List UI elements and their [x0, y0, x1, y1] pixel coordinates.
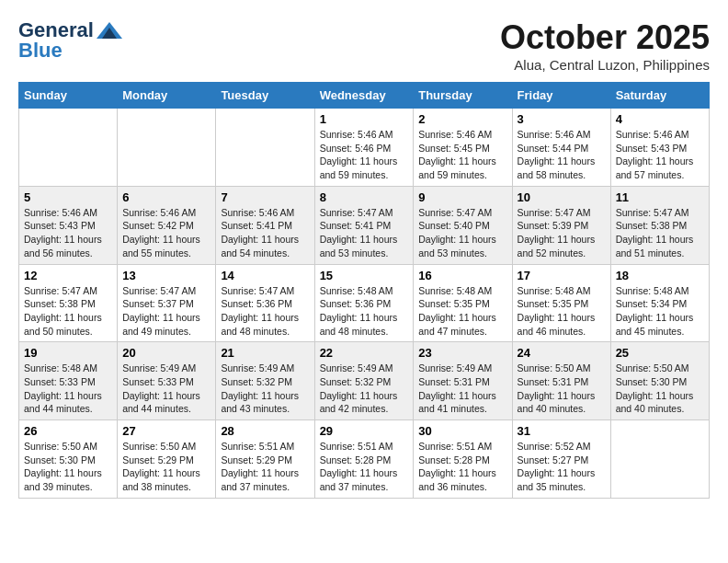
day-number: 4: [616, 112, 704, 126]
day-number: 22: [320, 346, 409, 360]
week-row-2: 5Sunrise: 5:46 AMSunset: 5:43 PMDaylight…: [19, 186, 710, 264]
day-number: 28: [221, 424, 309, 438]
day-info: Sunrise: 5:50 AMSunset: 5:29 PMDaylight:…: [122, 440, 210, 494]
day-number: 25: [616, 346, 704, 360]
day-info: Sunrise: 5:46 AMSunset: 5:44 PMDaylight:…: [518, 128, 606, 182]
day-number: 2: [418, 112, 506, 126]
day-info: Sunrise: 5:47 AMSunset: 5:41 PMDaylight:…: [320, 206, 409, 260]
calendar-cell: 19Sunrise: 5:48 AMSunset: 5:33 PMDayligh…: [19, 342, 118, 420]
week-row-3: 12Sunrise: 5:47 AMSunset: 5:38 PMDayligh…: [19, 264, 710, 342]
day-number: 3: [518, 112, 606, 126]
day-info: Sunrise: 5:47 AMSunset: 5:36 PMDaylight:…: [221, 284, 309, 339]
day-info: Sunrise: 5:48 AMSunset: 5:35 PMDaylight:…: [518, 284, 606, 339]
calendar-cell: 20Sunrise: 5:49 AMSunset: 5:33 PMDayligh…: [118, 342, 216, 420]
day-info: Sunrise: 5:50 AMSunset: 5:30 PMDaylight:…: [616, 362, 704, 416]
day-number: 27: [122, 424, 210, 438]
day-number: 14: [221, 269, 309, 282]
day-number: 6: [122, 190, 210, 204]
day-info: Sunrise: 5:50 AMSunset: 5:31 PMDaylight:…: [518, 362, 606, 416]
day-number: 30: [418, 424, 506, 438]
day-number: 16: [418, 269, 506, 282]
calendar-cell: 8Sunrise: 5:47 AMSunset: 5:41 PMDaylight…: [314, 186, 414, 264]
day-number: 17: [518, 269, 606, 282]
day-number: 13: [122, 269, 210, 282]
day-info: Sunrise: 5:51 AMSunset: 5:28 PMDaylight:…: [320, 440, 409, 494]
day-number: 9: [418, 190, 506, 204]
calendar-cell: 7Sunrise: 5:46 AMSunset: 5:41 PMDaylight…: [216, 186, 314, 264]
day-info: Sunrise: 5:51 AMSunset: 5:28 PMDaylight:…: [418, 440, 506, 494]
calendar-cell: 3Sunrise: 5:46 AMSunset: 5:44 PMDaylight…: [512, 109, 610, 187]
calendar-cell: 11Sunrise: 5:47 AMSunset: 5:38 PMDayligh…: [610, 186, 709, 264]
calendar-cell: 24Sunrise: 5:50 AMSunset: 5:31 PMDayligh…: [512, 342, 610, 420]
calendar-cell: 31Sunrise: 5:52 AMSunset: 5:27 PMDayligh…: [512, 420, 610, 499]
day-number: 10: [518, 190, 606, 204]
day-info: Sunrise: 5:46 AMSunset: 5:46 PMDaylight:…: [320, 128, 409, 182]
calendar-cell: 16Sunrise: 5:48 AMSunset: 5:35 PMDayligh…: [414, 264, 512, 342]
day-number: 31: [518, 424, 606, 438]
day-info: Sunrise: 5:49 AMSunset: 5:32 PMDaylight:…: [320, 362, 409, 416]
day-info: Sunrise: 5:48 AMSunset: 5:33 PMDaylight:…: [24, 362, 112, 416]
weekday-header-wednesday: Wednesday: [314, 83, 414, 109]
day-info: Sunrise: 5:46 AMSunset: 5:43 PMDaylight:…: [24, 206, 112, 260]
day-info: Sunrise: 5:49 AMSunset: 5:31 PMDaylight:…: [418, 362, 506, 416]
calendar-cell: 1Sunrise: 5:46 AMSunset: 5:46 PMDaylight…: [314, 109, 414, 187]
calendar-cell: [216, 109, 314, 187]
day-info: Sunrise: 5:49 AMSunset: 5:32 PMDaylight:…: [221, 362, 309, 416]
calendar-cell: 21Sunrise: 5:49 AMSunset: 5:32 PMDayligh…: [216, 342, 314, 420]
day-info: Sunrise: 5:48 AMSunset: 5:35 PMDaylight:…: [418, 284, 506, 339]
calendar-cell: 4Sunrise: 5:46 AMSunset: 5:43 PMDaylight…: [610, 109, 709, 187]
day-number: 5: [24, 190, 112, 204]
page-header: General Blue October 2025 Alua, Central …: [18, 18, 710, 73]
calendar-cell: 5Sunrise: 5:46 AMSunset: 5:43 PMDaylight…: [19, 186, 118, 264]
logo-blue-text: Blue: [18, 39, 63, 63]
weekday-header-friday: Friday: [512, 83, 610, 109]
weekday-header-tuesday: Tuesday: [216, 83, 314, 109]
weekday-header-sunday: Sunday: [19, 83, 118, 109]
day-info: Sunrise: 5:50 AMSunset: 5:30 PMDaylight:…: [24, 440, 112, 494]
weekday-header-row: SundayMondayTuesdayWednesdayThursdayFrid…: [19, 83, 710, 109]
week-row-5: 26Sunrise: 5:50 AMSunset: 5:30 PMDayligh…: [19, 420, 710, 499]
calendar-cell: 26Sunrise: 5:50 AMSunset: 5:30 PMDayligh…: [19, 420, 118, 499]
day-info: Sunrise: 5:47 AMSunset: 5:37 PMDaylight:…: [122, 284, 210, 339]
day-number: 11: [616, 190, 704, 204]
day-number: 8: [320, 190, 409, 204]
week-row-4: 19Sunrise: 5:48 AMSunset: 5:33 PMDayligh…: [19, 342, 710, 420]
week-row-1: 1Sunrise: 5:46 AMSunset: 5:46 PMDaylight…: [19, 109, 710, 187]
day-number: 19: [24, 346, 112, 360]
day-number: 26: [24, 424, 112, 438]
day-info: Sunrise: 5:47 AMSunset: 5:38 PMDaylight:…: [24, 284, 112, 339]
calendar-cell: 22Sunrise: 5:49 AMSunset: 5:32 PMDayligh…: [314, 342, 414, 420]
day-number: 18: [616, 269, 704, 282]
logo: General Blue: [18, 18, 122, 63]
calendar-cell: 29Sunrise: 5:51 AMSunset: 5:28 PMDayligh…: [314, 420, 414, 499]
calendar-cell: 14Sunrise: 5:47 AMSunset: 5:36 PMDayligh…: [216, 264, 314, 342]
day-info: Sunrise: 5:46 AMSunset: 5:42 PMDaylight:…: [122, 206, 210, 260]
calendar-cell: 12Sunrise: 5:47 AMSunset: 5:38 PMDayligh…: [19, 264, 118, 342]
calendar-cell: 25Sunrise: 5:50 AMSunset: 5:30 PMDayligh…: [610, 342, 709, 420]
calendar-table: SundayMondayTuesdayWednesdayThursdayFrid…: [18, 82, 710, 499]
day-number: 23: [418, 346, 506, 360]
calendar-cell: 23Sunrise: 5:49 AMSunset: 5:31 PMDayligh…: [414, 342, 512, 420]
calendar-cell: 15Sunrise: 5:48 AMSunset: 5:36 PMDayligh…: [314, 264, 414, 342]
day-info: Sunrise: 5:47 AMSunset: 5:40 PMDaylight:…: [418, 206, 506, 260]
logo-icon: [97, 22, 122, 39]
weekday-header-thursday: Thursday: [414, 83, 512, 109]
day-number: 21: [221, 346, 309, 360]
day-number: 15: [320, 269, 409, 282]
calendar-cell: 13Sunrise: 5:47 AMSunset: 5:37 PMDayligh…: [118, 264, 216, 342]
calendar-cell: 9Sunrise: 5:47 AMSunset: 5:40 PMDaylight…: [414, 186, 512, 264]
calendar-cell: [19, 109, 118, 187]
calendar-cell: 18Sunrise: 5:48 AMSunset: 5:34 PMDayligh…: [610, 264, 709, 342]
day-info: Sunrise: 5:48 AMSunset: 5:36 PMDaylight:…: [320, 284, 409, 339]
calendar-cell: [118, 109, 216, 187]
calendar-cell: 6Sunrise: 5:46 AMSunset: 5:42 PMDaylight…: [118, 186, 216, 264]
day-number: 24: [518, 346, 606, 360]
title-block: October 2025 Alua, Central Luzon, Philip…: [500, 18, 710, 73]
day-info: Sunrise: 5:49 AMSunset: 5:33 PMDaylight:…: [122, 362, 210, 416]
weekday-header-monday: Monday: [118, 83, 216, 109]
location-subtitle: Alua, Central Luzon, Philippines: [500, 57, 710, 73]
day-info: Sunrise: 5:46 AMSunset: 5:41 PMDaylight:…: [221, 206, 309, 260]
day-number: 29: [320, 424, 409, 438]
day-info: Sunrise: 5:47 AMSunset: 5:39 PMDaylight:…: [518, 206, 606, 260]
calendar-cell: 2Sunrise: 5:46 AMSunset: 5:45 PMDaylight…: [414, 109, 512, 187]
